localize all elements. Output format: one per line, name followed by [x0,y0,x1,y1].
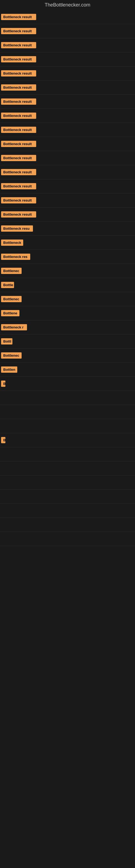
bottleneck-badge[interactable]: Bottleneck result [1,42,36,48]
bottleneck-badge[interactable]: Bottlenec [1,352,21,359]
result-row [0,391,135,405]
result-row: Bottlenec [0,292,135,306]
result-row: Bottleneck result [0,208,135,222]
result-row: B [0,433,135,447]
result-row [0,461,135,475]
result-row: Bottleneck [0,236,135,250]
bottleneck-badge[interactable]: B [1,380,5,387]
result-row [0,532,135,546]
result-row: Bottleneck result [0,10,135,24]
bottleneck-badge[interactable]: Bottleneck result [1,155,36,161]
result-row [0,447,135,461]
result-row [0,504,135,518]
bottleneck-badge[interactable]: Bottleneck [1,240,23,246]
result-row: Bottlene [0,306,135,320]
result-row: Bottleneck res [0,250,135,264]
bottleneck-badge[interactable]: Bottleneck result [1,127,36,133]
result-row [0,405,135,419]
bottleneck-badge[interactable]: Bottleneck res [1,254,30,260]
bottleneck-badge[interactable]: Bottlen [1,367,17,373]
result-row: Bottleneck result [0,38,135,52]
result-row: Bottleneck resu [0,222,135,236]
result-row [0,490,135,504]
bottleneck-badge[interactable]: Bottl [1,338,12,344]
result-row: Bottleneck result [0,81,135,95]
result-row: Bottleneck result [0,179,135,193]
result-row [0,475,135,490]
bottleneck-badge[interactable]: Bottleneck result [1,211,36,218]
bottleneck-badge[interactable]: B [1,437,5,443]
result-row [0,419,135,433]
bottleneck-badge[interactable]: Bottleneck resu [1,225,33,231]
result-row [0,518,135,532]
bottleneck-badge[interactable]: Bottleneck r [1,324,27,330]
bottleneck-badge[interactable]: Bottle [1,282,14,288]
result-row: Bottlen [0,363,135,377]
result-row: Bottlenec [0,348,135,363]
result-row: Bottleneck result [0,24,135,38]
result-row: Bottleneck result [0,109,135,123]
result-row: Bottleneck result [0,151,135,165]
bottleneck-badge[interactable]: Bottlenec [1,296,21,302]
bottleneck-badge[interactable]: Bottlene [1,310,19,316]
result-row: Bottleneck result [0,95,135,109]
result-row: Bottleneck result [0,137,135,151]
bottleneck-badge[interactable]: Bottlenec [1,268,21,274]
bottleneck-badge[interactable]: Bottleneck result [1,14,36,20]
result-row: Bottleneck result [0,193,135,208]
bottleneck-badge[interactable]: Bottleneck result [1,141,36,147]
bottleneck-badge[interactable]: Bottleneck result [1,197,36,204]
bottleneck-badge[interactable]: Bottleneck result [1,84,36,91]
result-row: Bottlenec [0,264,135,278]
bottleneck-badge[interactable]: Bottleneck result [1,113,36,119]
result-row: Bottleneck result [0,165,135,179]
result-row: Bottleneck result [0,123,135,137]
result-row: Bottleneck r [0,320,135,335]
result-row: Bottle [0,278,135,292]
result-row: Bottleneck result [0,52,135,66]
bottleneck-badge[interactable]: Bottleneck result [1,28,36,34]
bottleneck-badge[interactable]: Bottleneck result [1,56,36,62]
bottleneck-badge[interactable]: Bottleneck result [1,98,36,105]
bottleneck-badge[interactable]: Bottleneck result [1,70,36,76]
result-row: B [0,377,135,391]
site-title: TheBottlenecker.com [0,0,135,10]
bottleneck-badge[interactable]: Bottleneck result [1,183,36,189]
bottleneck-badge[interactable]: Bottleneck result [1,169,36,175]
result-row: Bottl [0,335,135,348]
result-row: Bottleneck result [0,66,135,81]
